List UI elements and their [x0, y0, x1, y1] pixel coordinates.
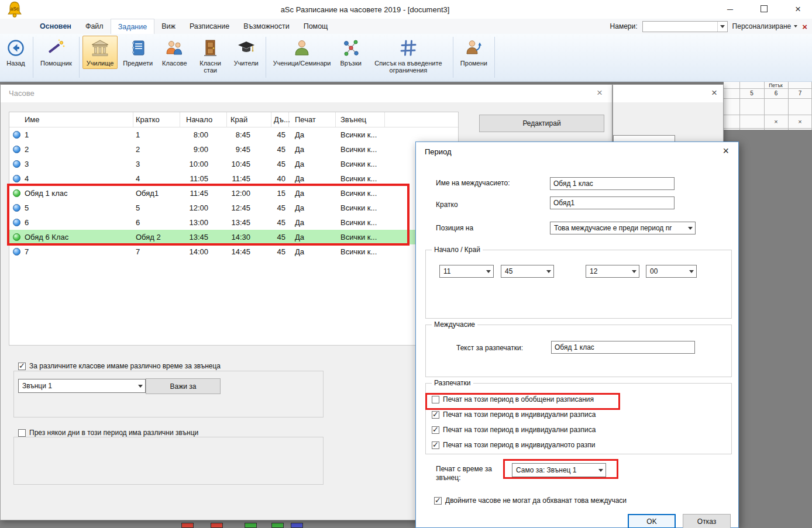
- edit-button[interactable]: Редактирай: [479, 115, 604, 132]
- row-name-text: Обяд 1 клас: [25, 189, 68, 198]
- cell-name: 7: [9, 244, 133, 259]
- palette-swatch[interactable]: [181, 523, 194, 528]
- column-header[interactable]: Дъ...: [271, 112, 289, 127]
- column-header[interactable]: Печат: [289, 112, 336, 127]
- checkbox-icon[interactable]: [18, 429, 26, 437]
- ribbon-separator: [79, 37, 80, 78]
- checkbox-label: Печат на този период в индивидуалното ра…: [443, 441, 595, 449]
- table-row[interactable]: 6613:0013:4545ДаВсички к...: [9, 215, 458, 230]
- ribbon-button-changes[interactable]: Промени: [456, 36, 491, 69]
- print-check-row[interactable]: Печат на този период в индивидуални разп…: [432, 425, 596, 434]
- column-header[interactable]: Звънец: [336, 112, 385, 127]
- cell-start: 14:00: [180, 244, 227, 259]
- different-days-checkbox-row[interactable]: През някои дни в този период има различн…: [18, 429, 198, 437]
- double-lessons-checkbox-row[interactable]: Двойните часове не могат да обхванат тов…: [434, 496, 627, 505]
- table-row[interactable]: 4411:0511:4540ДаВсички к...: [9, 171, 458, 186]
- window-title: aSc Разписание на часовете 2019 - [docum…: [0, 0, 730, 19]
- cell-short: Обяд1: [133, 186, 180, 201]
- find-combobox[interactable]: [642, 21, 728, 32]
- menu-tab-5[interactable]: Разписание: [183, 19, 236, 34]
- cell-print: Да: [289, 157, 336, 171]
- time-combobox[interactable]: 12: [586, 265, 639, 278]
- combobox-value: 12: [590, 267, 629, 275]
- period-dialog-close-icon[interactable]: ×: [722, 145, 729, 157]
- table-row[interactable]: 7714:0014:4545ДаВсички к...: [9, 244, 458, 259]
- checkbox-icon[interactable]: [432, 396, 439, 403]
- customize-menu[interactable]: Персонализиране: [732, 22, 798, 30]
- checkbox-icon[interactable]: [432, 426, 439, 434]
- checkbox-icon[interactable]: [432, 441, 439, 449]
- ribbon-button-links[interactable]: Връзки: [336, 36, 366, 69]
- cancel-button[interactable]: Отказ: [683, 514, 731, 528]
- ribbon-button-subjects[interactable]: Предмети: [119, 36, 157, 69]
- ribbon-button-wizard[interactable]: Помощник: [36, 36, 76, 69]
- time-combobox[interactable]: 11: [439, 265, 494, 278]
- table-row[interactable]: Обяд 6 КласОбяд 213:4514:3045ДаВсички к.…: [9, 230, 458, 244]
- menu-tab-3[interactable]: Задание: [111, 19, 155, 34]
- break-name-input[interactable]: Обяд 1 клас: [550, 177, 675, 190]
- table-row[interactable]: 3310:0010:4545ДаВсички к...: [9, 157, 458, 171]
- minimize-button[interactable]: ─: [724, 5, 736, 13]
- print-check-row[interactable]: Печат на този период в индивидуални разп…: [432, 410, 596, 419]
- table-row[interactable]: Обяд 1 класОбяд111:4512:0015ДаВсички к..…: [9, 186, 458, 201]
- menu-tab-7[interactable]: Помощ: [297, 19, 335, 34]
- menu-bar: ОсновенФайлЗаданиеВижРазписаниеВъзможнос…: [0, 19, 812, 34]
- palette-swatch[interactable]: [271, 523, 284, 528]
- checkbox-icon[interactable]: [434, 497, 442, 505]
- column-header[interactable]: Начало: [180, 112, 227, 127]
- ribbon-button-classes[interactable]: Класове: [158, 36, 191, 69]
- palette-swatch[interactable]: [211, 523, 223, 528]
- menu-tab-4[interactable]: Виж: [154, 19, 183, 34]
- short-name-input[interactable]: Обяд1: [550, 196, 675, 209]
- table-row[interactable]: 5512:0012:4545ДаВсички к...: [9, 201, 458, 215]
- blue-sphere-icon: [13, 248, 20, 256]
- ribbon-label: Класове: [162, 60, 187, 67]
- print-text-input[interactable]: Обяд 1 клас: [551, 341, 695, 354]
- print-check-row[interactable]: Печат на този период в обобщени разписан…: [432, 395, 594, 404]
- different-bells-checkbox-row[interactable]: За различните класове имаме различно вре…: [18, 362, 221, 370]
- palette-swatch[interactable]: [245, 523, 257, 528]
- checkbox-icon[interactable]: [18, 363, 26, 370]
- ok-button[interactable]: OK: [628, 514, 676, 528]
- menu-tab-2[interactable]: Файл: [78, 19, 111, 34]
- maximize-button[interactable]: [758, 5, 770, 13]
- print-check-row[interactable]: Печат на този период в индивидуалното ра…: [432, 440, 595, 450]
- time-combobox[interactable]: 00: [646, 265, 697, 278]
- bells-combobox[interactable]: Звънци 1: [18, 379, 146, 393]
- menu-tab-6[interactable]: Възможности: [236, 19, 296, 34]
- cell-print: Да: [289, 230, 336, 244]
- cell-bell: Всички к...: [336, 186, 385, 201]
- ribbon-separator: [453, 37, 453, 78]
- position-combobox[interactable]: Това междучасие е преди период nr: [550, 222, 696, 234]
- checkbox-label: През някои дни в този период има различн…: [29, 429, 198, 437]
- time-combobox[interactable]: 45: [501, 265, 554, 278]
- column-header[interactable]: Край: [227, 112, 271, 127]
- checkbox-icon[interactable]: [432, 411, 439, 419]
- cell-end: 12:00: [227, 186, 271, 201]
- column-header[interactable]: Кратко: [133, 112, 180, 127]
- subjects-icon: [128, 38, 148, 58]
- close-toolbar-icon[interactable]: ×: [802, 22, 807, 31]
- table-row[interactable]: 229:009:4545ДаВсички к...: [9, 142, 458, 157]
- bell-time-combobox[interactable]: Само за: Звънец 1: [512, 463, 606, 477]
- chevron-down-icon[interactable]: [717, 22, 727, 32]
- ribbon-button-school[interactable]: Училище: [82, 36, 118, 69]
- grid-line: [724, 98, 812, 99]
- background-dialog-close-icon[interactable]: ×: [711, 87, 717, 99]
- column-header[interactable]: Име: [9, 112, 133, 127]
- cell-end: 10:45: [227, 157, 271, 171]
- ribbon-button-constraints[interactable]: Списък на въведените ограничения: [367, 36, 450, 76]
- ribbon-button-teachers[interactable]: Учители: [230, 36, 263, 69]
- green-sphere-icon: [13, 233, 20, 241]
- menu-tab-1[interactable]: Основен: [33, 19, 78, 34]
- ribbon-button-students[interactable]: Ученици/Семинари: [269, 36, 335, 69]
- close-button[interactable]: ×: [792, 5, 804, 13]
- ribbon-button-back[interactable]: Назад: [2, 36, 30, 69]
- palette-swatch[interactable]: [291, 523, 303, 528]
- hours-window-close-icon[interactable]: ×: [597, 87, 603, 99]
- cell-print: Да: [289, 215, 336, 230]
- cell-name: 4: [9, 171, 133, 186]
- table-row[interactable]: 118:008:4545ДаВсички к...: [9, 127, 458, 142]
- applies-to-button[interactable]: Важи за: [146, 378, 221, 394]
- ribbon-button-classrooms[interactable]: Класни стаи: [192, 36, 229, 76]
